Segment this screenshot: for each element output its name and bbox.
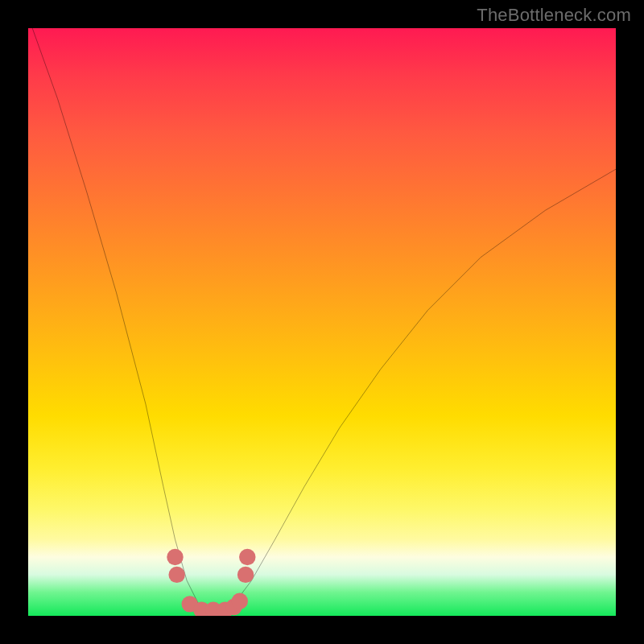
chart-frame: TheBottleneck.com bbox=[0, 0, 644, 644]
marker-point bbox=[237, 567, 254, 583]
curve-layer bbox=[28, 28, 616, 616]
marker-point bbox=[205, 601, 221, 616]
plot-area bbox=[28, 28, 616, 616]
marker-point bbox=[239, 549, 255, 565]
marker-point bbox=[225, 599, 242, 615]
marker-point bbox=[193, 601, 209, 616]
marker-point bbox=[232, 593, 248, 609]
marker-point bbox=[182, 596, 198, 612]
attribution-text: TheBottleneck.com bbox=[477, 5, 631, 26]
marker-point bbox=[167, 549, 183, 565]
marker-point bbox=[217, 601, 233, 616]
marker-point bbox=[168, 567, 184, 583]
bottleneck-curve bbox=[28, 28, 616, 616]
highlight-markers bbox=[167, 549, 255, 616]
